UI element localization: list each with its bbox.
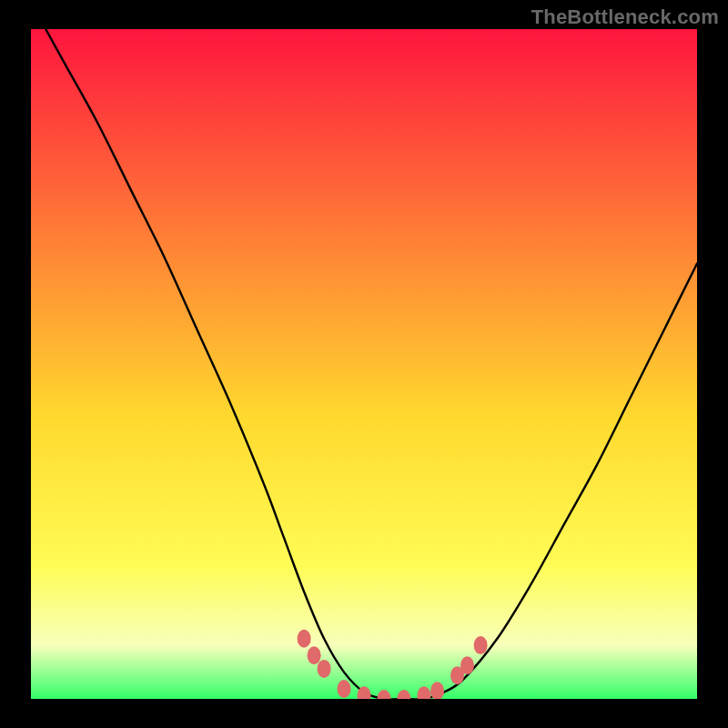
curve-marker <box>474 636 488 654</box>
curve-marker <box>298 630 311 648</box>
watermark-text: TheBottleneck.com <box>531 5 719 29</box>
chart-svg <box>31 29 697 699</box>
curve-marker <box>338 680 351 698</box>
curve-marker <box>318 660 331 678</box>
gradient-background <box>31 29 697 699</box>
plot-area <box>31 29 697 699</box>
curve-marker <box>460 656 474 674</box>
curve-marker <box>308 646 321 664</box>
chart-frame: TheBottleneck.com <box>0 0 728 728</box>
